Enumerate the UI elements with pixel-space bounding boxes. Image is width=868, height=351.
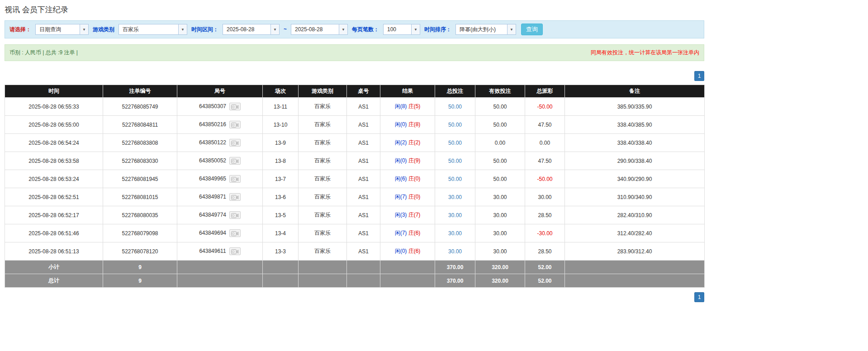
bet-id-cell: 522768080035	[103, 206, 177, 224]
note-cell: 312.40/282.40	[565, 224, 705, 242]
video-replay-icon[interactable]	[229, 211, 241, 219]
bet-id-cell: 522768083030	[103, 152, 177, 170]
per-page-select[interactable]: 100 ▼	[383, 24, 420, 35]
valid-bet-cell: 50.00	[475, 116, 525, 134]
query-type-select[interactable]: 日期查询 ▼	[35, 24, 89, 35]
table-row: 2025-08-28 06:51:13522768078120643849611…	[5, 242, 705, 261]
table-number-cell: AS1	[347, 116, 380, 134]
calendar-dropdown-icon[interactable]: ▼	[270, 24, 279, 34]
currency-total-summary: 币别 : 人民币 | 总共 :9 注单 |	[9, 49, 78, 57]
round-id: 643849871	[199, 194, 226, 200]
time-cell: 2025-08-28 06:55:00	[5, 116, 103, 134]
bet-id-cell: 522768081945	[103, 170, 177, 188]
summary-cell: 370.00	[435, 261, 475, 274]
payout-cell: 0.00	[525, 134, 565, 152]
player-result: 闲(7)	[395, 230, 407, 236]
player-result: 闲(6)	[395, 176, 407, 182]
page-title: 视讯 会员下注纪录	[5, 5, 704, 15]
total-bet-link[interactable]: 30.00	[435, 188, 475, 206]
result-cell: 闲(2) 庄(2)	[380, 134, 435, 152]
calendar-dropdown-icon[interactable]: ▼	[339, 24, 347, 34]
chevron-down-icon[interactable]: ▼	[80, 24, 88, 34]
game-type-cell: 百家乐	[299, 206, 347, 224]
per-page-value: 100	[384, 24, 411, 34]
video-replay-icon[interactable]	[229, 121, 241, 128]
bet-id-cell: 522768081015	[103, 188, 177, 206]
note-cell: 340.90/290.90	[565, 170, 705, 188]
result-cell: 闲(0) 庄(8)	[380, 116, 435, 134]
total-bet-link[interactable]: 50.00	[435, 116, 475, 134]
video-replay-icon[interactable]	[229, 175, 241, 183]
round-id-cell: 643849965	[177, 170, 263, 188]
round-id: 643849694	[199, 230, 226, 236]
table-row: 2025-08-28 06:52:51522768081015643849871…	[5, 188, 705, 206]
summary-cell	[177, 274, 263, 288]
column-header: 桌号	[347, 85, 380, 98]
table-number-cell: AS1	[347, 170, 380, 188]
per-page-label: 每页笔数：	[352, 26, 379, 33]
query-type-value: 日期查询	[36, 24, 80, 34]
payout-cell: 47.50	[525, 116, 565, 134]
video-replay-icon[interactable]	[229, 157, 241, 165]
summary-cell	[263, 261, 299, 274]
chevron-down-icon[interactable]: ▼	[178, 24, 187, 34]
total-bet-link[interactable]: 30.00	[435, 224, 475, 242]
date-from-input[interactable]: 2025-08-28 ▼	[223, 24, 280, 35]
session-cell: 13-3	[263, 242, 299, 261]
valid-bet-cell: 0.00	[475, 134, 525, 152]
summary-cell	[380, 261, 435, 274]
sort-order-label: 时间排序：	[424, 26, 451, 33]
total-bet-link[interactable]: 50.00	[435, 98, 475, 116]
session-cell: 13-10	[263, 116, 299, 134]
chevron-down-icon[interactable]: ▼	[411, 24, 420, 34]
session-cell: 13-9	[263, 134, 299, 152]
result-cell: 闲(3) 庄(7)	[380, 206, 435, 224]
time-cell: 2025-08-28 06:53:58	[5, 152, 103, 170]
summary-cell: 320.00	[475, 274, 525, 288]
round-id-cell: 643850307	[177, 98, 263, 116]
bet-id-cell: 522768085749	[103, 98, 177, 116]
game-type-select[interactable]: 百家乐 ▼	[119, 24, 187, 35]
time-cell: 2025-08-28 06:54:24	[5, 134, 103, 152]
note-cell: 290.90/338.40	[565, 152, 705, 170]
summary-cell	[380, 274, 435, 288]
page-button[interactable]: 1	[694, 292, 704, 302]
total-bet-link[interactable]: 50.00	[435, 134, 475, 152]
total-bet-link[interactable]: 30.00	[435, 206, 475, 224]
video-replay-icon[interactable]	[229, 103, 241, 110]
game-type-cell: 百家乐	[299, 116, 347, 134]
result-cell: 闲(7) 庄(0)	[380, 188, 435, 206]
video-replay-icon[interactable]	[229, 229, 241, 237]
total-row: 总计9370.00320.0052.00	[5, 274, 705, 288]
page-button[interactable]: 1	[694, 71, 704, 81]
payout-cell: 28.50	[525, 242, 565, 261]
game-type-cell: 百家乐	[299, 188, 347, 206]
summary-cell: 52.00	[525, 261, 565, 274]
table-row: 2025-08-28 06:55:00522768084811643850216…	[5, 116, 705, 134]
summary-cell: 320.00	[475, 261, 525, 274]
bet-id-cell: 522768079098	[103, 224, 177, 242]
round-id: 643849774	[199, 212, 226, 218]
chevron-down-icon[interactable]: ▼	[507, 24, 516, 34]
column-header: 总派彩	[525, 85, 565, 98]
video-replay-icon[interactable]	[229, 247, 241, 255]
total-bet-link[interactable]: 50.00	[435, 152, 475, 170]
sort-order-select[interactable]: 降幂(由大到小) ▼	[455, 24, 516, 35]
column-header: 结果	[380, 85, 435, 98]
player-result: 闲(0)	[395, 157, 407, 164]
total-bet-link[interactable]: 30.00	[435, 242, 475, 261]
date-to-input[interactable]: 2025-08-28 ▼	[291, 24, 348, 35]
player-result: 闲(0)	[395, 121, 407, 128]
valid-bet-cell: 50.00	[475, 170, 525, 188]
session-cell: 13-5	[263, 206, 299, 224]
time-cell: 2025-08-28 06:53:24	[5, 170, 103, 188]
table-number-cell: AS1	[347, 152, 380, 170]
session-cell: 13-11	[263, 98, 299, 116]
query-button[interactable]: 查询	[521, 24, 543, 35]
sort-order-value: 降幂(由大到小)	[456, 24, 507, 34]
video-replay-icon[interactable]	[229, 139, 241, 147]
table-row: 2025-08-28 06:51:46522768079098643849694…	[5, 224, 705, 242]
time-cell: 2025-08-28 06:51:13	[5, 242, 103, 261]
total-bet-link[interactable]: 50.00	[435, 170, 475, 188]
video-replay-icon[interactable]	[229, 193, 241, 201]
